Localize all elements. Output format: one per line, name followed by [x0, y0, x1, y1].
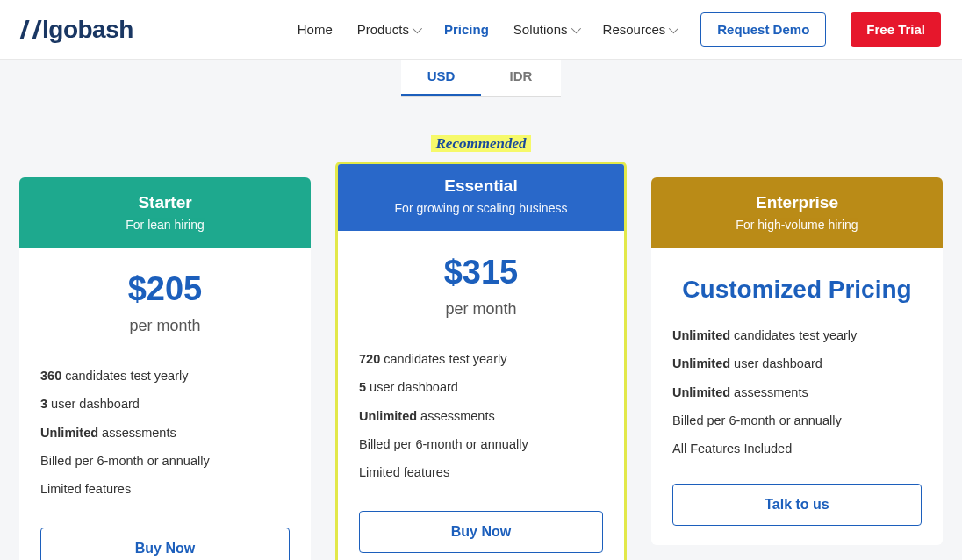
feature-bold: 360 — [40, 369, 61, 383]
plan-starter: Starter For lean hiring $205 per month 3… — [19, 177, 311, 560]
request-demo-button[interactable]: Request Demo — [700, 12, 826, 47]
feature-item: 5 user dashboard — [359, 373, 603, 401]
feature-text: assessments — [417, 409, 495, 423]
nav-products[interactable]: Products — [357, 22, 420, 37]
feature-text: candidates test yearly — [380, 352, 506, 366]
plan-starter-header: Starter For lean hiring — [19, 177, 311, 248]
feature-item: Limited features — [359, 458, 603, 486]
feature-text: user dashboard — [730, 356, 822, 370]
plan-essential-header: Essential For growing or scaling busines… — [338, 164, 624, 231]
nav-solutions-label: Solutions — [513, 22, 568, 37]
plan-essential: Essential For growing or scaling busines… — [335, 162, 627, 560]
tab-idr[interactable]: IDR — [481, 60, 561, 96]
feature-bold: 5 — [359, 380, 366, 394]
feature-list: Unlimited candidates test yearly Unlimit… — [672, 321, 922, 463]
nav-home[interactable]: Home — [298, 22, 333, 37]
talk-to-us-button[interactable]: Talk to us — [672, 484, 922, 526]
plan-enterprise-header: Enterprise For high-volume hiring — [651, 177, 943, 248]
feature-text: candidates test yearly — [730, 328, 857, 342]
feature-item: Unlimited assessments — [359, 402, 603, 430]
feature-text: assessments — [730, 385, 808, 399]
feature-item: Limited features — [40, 475, 290, 503]
feature-item: 3 user dashboard — [40, 390, 290, 418]
chevron-down-icon — [669, 23, 678, 32]
feature-item: Billed per 6-month or annually — [359, 430, 603, 458]
nav-products-label: Products — [357, 22, 409, 37]
logo-text: lgobash — [42, 16, 133, 44]
logo-icon — [21, 20, 40, 39]
plan-price: $315 — [359, 254, 603, 291]
nav-resources-label: Resources — [603, 22, 666, 37]
feature-text: candidates test yearly — [61, 369, 188, 383]
plan-essential-body: $315 per month 720 candidates test yearl… — [338, 231, 624, 560]
feature-bold: Unlimited — [672, 356, 730, 370]
plan-subtitle: For growing or scaling business — [347, 201, 615, 215]
feature-item: 720 candidates test yearly — [359, 345, 603, 373]
buy-now-button[interactable]: Buy Now — [40, 528, 290, 560]
plan-period: per month — [40, 317, 290, 335]
nav-pricing[interactable]: Pricing — [444, 22, 489, 37]
currency-tabs: USD IDR — [401, 60, 561, 97]
feature-item: Billed per 6-month or annually — [40, 447, 290, 475]
feature-bold: 720 — [359, 352, 380, 366]
feature-list: 360 candidates test yearly 3 user dashbo… — [40, 362, 290, 503]
feature-text: assessments — [98, 426, 176, 440]
feature-text: user dashboard — [366, 380, 458, 394]
feature-text: user dashboard — [47, 397, 140, 411]
feature-item: Billed per 6-month or annually — [672, 406, 922, 434]
feature-bold: Unlimited — [359, 409, 417, 423]
pricing-grid: Starter For lean hiring $205 per month 3… — [0, 162, 962, 560]
plan-starter-body: $205 per month 360 candidates test yearl… — [19, 248, 311, 560]
plan-title: Essential — [347, 176, 615, 196]
recommended-badge: Recommended — [0, 135, 962, 153]
plan-enterprise: Enterprise For high-volume hiring Custom… — [651, 177, 943, 545]
feature-bold: 3 — [40, 397, 47, 411]
buy-now-button[interactable]: Buy Now — [359, 511, 603, 553]
plan-period: per month — [359, 300, 603, 319]
tab-usd[interactable]: USD — [401, 60, 481, 96]
plan-subtitle: For high-volume hiring — [660, 218, 934, 232]
nav-solutions[interactable]: Solutions — [513, 22, 578, 37]
feature-list: 720 candidates test yearly 5 user dashbo… — [359, 345, 603, 486]
feature-bold: Unlimited — [672, 328, 730, 342]
plan-enterprise-body: Customized Pricing Unlimited candidates … — [651, 248, 943, 545]
feature-item: All Features Included — [672, 434, 922, 463]
chevron-down-icon — [413, 23, 422, 32]
feature-bold: Unlimited — [672, 385, 730, 399]
chevron-down-icon — [571, 23, 580, 32]
main-nav: Home Products Pricing Solutions Resource… — [298, 12, 941, 47]
plan-title: Starter — [28, 193, 302, 212]
logo[interactable]: lgobash — [21, 16, 133, 44]
plan-title: Enterprise — [660, 193, 934, 212]
free-trial-button[interactable]: Free Trial — [851, 12, 941, 47]
feature-item: 360 candidates test yearly — [40, 362, 290, 390]
feature-item: Unlimited assessments — [40, 419, 290, 447]
feature-item: Unlimited user dashboard — [672, 349, 922, 377]
site-header: lgobash Home Products Pricing Solutions … — [0, 0, 962, 60]
nav-resources[interactable]: Resources — [603, 22, 677, 37]
feature-bold: Unlimited — [40, 426, 98, 440]
plan-custom-price: Customized Pricing — [672, 270, 922, 304]
plan-price: $205 — [40, 270, 290, 308]
recommended-text: Recommended — [431, 135, 532, 152]
feature-item: Unlimited candidates test yearly — [672, 321, 922, 349]
plan-subtitle: For lean hiring — [28, 218, 302, 232]
feature-item: Unlimited assessments — [672, 378, 922, 406]
